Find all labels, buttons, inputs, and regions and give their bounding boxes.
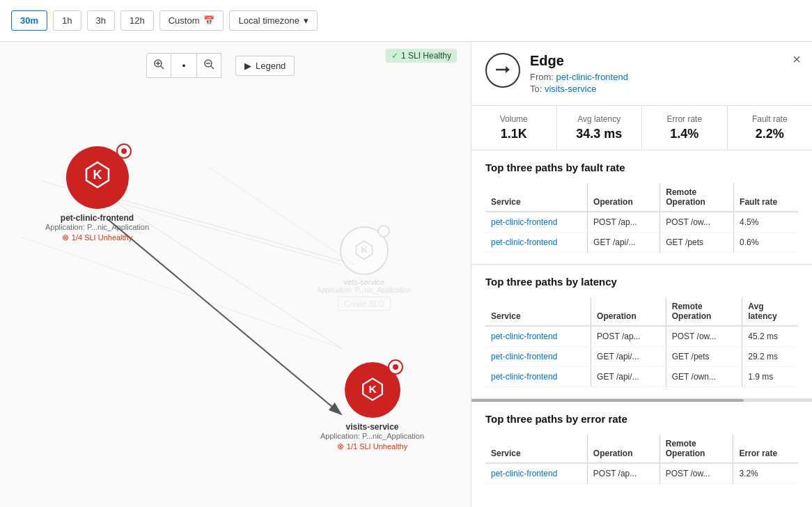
dot-icon: • xyxy=(182,61,186,71)
error-col-remote: RemoteOperation xyxy=(659,435,733,463)
fault-remote-cell: GET /pets xyxy=(660,233,734,253)
latency-service-link[interactable]: pet-clinic-frontend xyxy=(491,372,557,382)
latency-avg-cell: 45.2 ms xyxy=(742,326,798,347)
pet-clinic-frontend-node[interactable]: K pet-clinic-frontend Application: P...n… xyxy=(45,146,149,242)
time-btn-1h[interactable]: 1h xyxy=(53,10,81,31)
svg-line-13 xyxy=(108,219,341,414)
node-target-visits xyxy=(388,359,403,375)
error-rate-cell: 3.2% xyxy=(733,463,798,484)
pet-clinic-frontend-label: pet-clinic-frontend xyxy=(61,213,134,223)
visits-service-app: Application: P...nic_Application xyxy=(320,432,424,440)
create-slo-button[interactable]: Create SLO xyxy=(338,297,391,311)
custom-label: Custom xyxy=(169,15,200,26)
kubernetes-icon-vets: K xyxy=(353,239,375,263)
panel-title: Edge xyxy=(530,53,798,69)
vets-service-node[interactable]: K vets-service Application: P...nic_Appl… xyxy=(317,226,411,311)
table-row: pet-clinic-frontend POST /ap... POST /ow… xyxy=(485,463,798,484)
error-operation-cell: POST /ap... xyxy=(587,463,659,484)
zoom-reset-button[interactable]: • xyxy=(171,53,196,78)
vets-service-app: Application: P...nic_Application xyxy=(317,286,411,294)
fault-col-operation: Operation xyxy=(588,183,660,212)
visits-service-node[interactable]: K visits-service Application: P...nic_Ap… xyxy=(320,362,424,451)
sli-healthy-label: 1 SLI Healthy xyxy=(401,51,451,61)
metrics-row: Volume 1.1K Avg latency 34.3 ms Error ra… xyxy=(471,106,812,150)
kubernetes-icon: K xyxy=(82,159,113,196)
sli-healthy-badge: 1 SLI Healthy xyxy=(386,49,457,63)
svg-text:K: K xyxy=(361,244,368,255)
latency-operation-cell: GET /api/... xyxy=(591,347,666,367)
time-btn-30m[interactable]: 30m xyxy=(11,10,47,31)
error-rate-label: Error rate xyxy=(653,114,716,124)
pet-clinic-frontend-sli: 1/4 SLI Unhealthy xyxy=(62,233,132,242)
table-row: pet-clinic-frontend GET /api/... GET /ow… xyxy=(485,367,798,387)
svg-text:K: K xyxy=(368,383,377,395)
svg-marker-21 xyxy=(506,66,510,73)
from-link[interactable]: pet-clinic-frontend xyxy=(556,72,628,82)
svg-line-11 xyxy=(21,237,341,348)
latency-remote-cell: GET /pets xyxy=(666,347,742,367)
custom-time-button[interactable]: Custom 📅 xyxy=(159,10,224,31)
error-rate-section: Top three paths by error rate Service Op… xyxy=(471,402,812,495)
time-btn-12h[interactable]: 12h xyxy=(120,10,154,31)
latency-service-cell: pet-clinic-frontend xyxy=(485,347,591,367)
latency-table: Service Operation RemoteOperation Avglat… xyxy=(485,297,798,387)
visits-service-circle[interactable]: K xyxy=(345,362,400,418)
latency-service-link[interactable]: pet-clinic-frontend xyxy=(491,352,557,361)
time-btn-3h[interactable]: 3h xyxy=(87,10,115,31)
zoom-in-button[interactable] xyxy=(146,53,171,78)
latency-service-cell: pet-clinic-frontend xyxy=(485,326,591,347)
fault-section-title: Top three paths by fault rate xyxy=(485,162,798,173)
fault-rate-cell: 0.6% xyxy=(734,233,798,253)
fault-service-cell: pet-clinic-frontend xyxy=(485,233,588,253)
latency-section-title: Top three paths by latency xyxy=(485,276,798,288)
zoom-out-button[interactable] xyxy=(196,53,221,78)
latency-col-service: Service xyxy=(485,297,591,326)
fault-rate-section: Top three paths by fault rate Service Op… xyxy=(471,150,812,265)
error-col-rate: Error rate xyxy=(733,435,798,463)
fault-service-link[interactable]: pet-clinic-frontend xyxy=(491,237,557,247)
ghost-target-vets xyxy=(377,225,390,237)
error-service-link[interactable]: pet-clinic-frontend xyxy=(491,469,557,478)
latency-col-remote: RemoteOperation xyxy=(666,297,742,326)
latency-operation-cell: GET /api/... xyxy=(591,367,666,387)
chevron-down-icon: ▾ xyxy=(304,15,309,26)
close-button[interactable]: × xyxy=(793,52,801,68)
vets-service-label: vets-service xyxy=(343,278,384,286)
zoom-in-icon xyxy=(153,58,164,72)
error-service-cell: pet-clinic-frontend xyxy=(485,463,587,484)
vets-service-circle[interactable]: K xyxy=(340,226,389,275)
pet-clinic-frontend-circle[interactable]: K xyxy=(66,146,129,209)
error-rate-table: Service Operation RemoteOperation Error … xyxy=(485,435,798,484)
timezone-button[interactable]: Local timezone ▾ xyxy=(229,10,317,31)
panel-title-area: Edge From: pet-clinic-frontend To: visit… xyxy=(530,53,798,94)
main-content: 1 SLI Healthy • ▶ Legend xyxy=(0,42,812,507)
latency-section: Top three paths by latency Service Opera… xyxy=(471,265,812,399)
map-area: 1 SLI Healthy • ▶ Legend xyxy=(0,42,471,507)
svg-line-6 xyxy=(211,66,214,69)
table-row: pet-clinic-frontend POST /ap... POST /ow… xyxy=(485,212,798,233)
svg-text:K: K xyxy=(93,168,102,182)
legend-button[interactable]: ▶ Legend xyxy=(235,56,295,76)
fault-service-link[interactable]: pet-clinic-frontend xyxy=(491,217,557,227)
metric-fault-rate: Fault rate 2.2% xyxy=(728,106,813,150)
error-col-operation: Operation xyxy=(587,435,659,463)
panel-from: From: pet-clinic-frontend xyxy=(530,72,798,82)
edge-arrow-icon xyxy=(485,53,520,88)
latency-col-operation: Operation xyxy=(591,297,666,326)
toolbar: 30m 1h 3h 12h Custom 📅 Local timezone ▾ xyxy=(0,0,812,42)
latency-avg-cell: 29.2 ms xyxy=(742,347,798,367)
latency-service-link[interactable]: pet-clinic-frontend xyxy=(491,332,557,341)
table-row: pet-clinic-frontend POST /ap... POST /ow… xyxy=(485,326,798,347)
table-row: pet-clinic-frontend GET /api/... GET /pe… xyxy=(485,233,798,253)
legend-label: Legend xyxy=(256,61,286,71)
pet-clinic-frontend-app: Application: P...nic_Application xyxy=(45,223,149,231)
to-link[interactable]: visits-service xyxy=(545,84,596,94)
error-rate-value: 1.4% xyxy=(653,127,716,141)
fault-col-remote: RemoteOperation xyxy=(660,183,734,212)
node-target-pet-clinic xyxy=(116,143,132,159)
side-panel: Edge From: pet-clinic-frontend To: visit… xyxy=(471,42,812,507)
latency-label: Avg latency xyxy=(568,114,631,124)
latency-remote-cell: POST /ow... xyxy=(666,326,742,347)
latency-remote-cell: GET /own... xyxy=(666,367,742,387)
error-col-service: Service xyxy=(485,435,587,463)
